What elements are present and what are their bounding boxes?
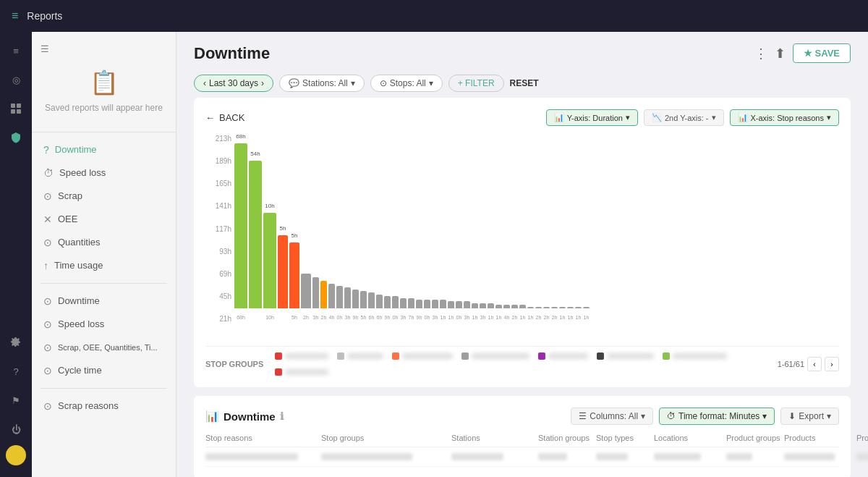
nav-item-scrap-oee[interactable]: ⊙ Scrap, OEE, Quantities, Ti... [32,336,176,359]
bar-24[interactable]: 0h [456,301,462,308]
divider-2 [41,283,167,284]
bar-32[interactable]: 1h [519,305,526,308]
y-label-8: 21h [205,315,234,323]
panel-toggle[interactable]: ☰ [32,41,176,57]
share-button[interactable]: ⬆ [775,46,786,62]
nav-item-speedloss[interactable]: ⏱ Speed loss [32,161,176,185]
bar-17[interactable]: 3h [400,298,407,308]
bar-11[interactable]: 9h [352,290,359,308]
bar-22[interactable]: 1h [440,300,446,308]
nav-item-timeusage[interactable]: ↑ Time usage [32,254,176,277]
bar-1[interactable]: 54h [249,161,262,308]
bar-5[interactable]: 2h [301,274,311,308]
bar-28[interactable]: 1h [488,303,494,308]
menu-icon[interactable]: ≡ [12,9,18,22]
bar-14[interactable]: 6h [376,295,383,308]
bar-13[interactable]: 6h [368,292,375,308]
bar-10[interactable]: 3h [344,287,351,308]
more-options-button[interactable]: ⋮ [754,46,767,62]
legend-prev-button[interactable]: ‹ [807,357,822,371]
sidebar-icon-shield[interactable] [3,124,29,151]
bar-20[interactable]: 0h [424,300,430,308]
bar-4[interactable]: 5h5h [289,242,299,308]
bar-34[interactable]: 2h [535,307,542,308]
bar-18[interactable]: 7h [408,298,414,308]
chevron-down-col: ▾ [641,411,645,421]
bar-7[interactable]: 2h [320,281,327,308]
date-range-filter[interactable]: ‹ Last 30 days › [194,75,273,92]
col-product-code: Product code [856,434,868,442]
bar-15[interactable]: 9h [384,296,391,308]
user-avatar[interactable] [6,445,26,465]
bar-16[interactable]: 0h [392,296,399,308]
bar-31[interactable]: 2h [511,305,518,308]
bar-40[interactable]: 1h [583,307,590,308]
divider-3 [41,388,167,389]
bar-19[interactable]: 9h [416,300,422,308]
svg-rect-1 [17,104,21,108]
bar-9[interactable]: 0h [336,286,343,308]
nav-item-quantities[interactable]: ⊙ Quantities [32,231,176,254]
nav-item-scrap[interactable]: ⊙ Scrap [32,185,176,208]
bar-37[interactable]: 1h [559,307,566,308]
x-axis-button[interactable]: 📊 X-axis: Stop reasons ▾ [730,109,840,126]
chevron-down-x: ▾ [827,113,831,122]
sidebar-icon-menu[interactable]: ≡ [3,38,29,64]
bar-21[interactable]: 3h [432,300,438,308]
legend-next-button[interactable]: › [825,357,839,371]
nav-item-scrapreasons[interactable]: ⊙ Scrap reasons [32,394,176,418]
stops-filter[interactable]: ⊙ Stops: All ▾ [370,75,443,92]
bar-39[interactable]: 1h [575,307,582,308]
col-stations: Stations [451,434,538,442]
bar-6[interactable]: 3h [312,277,319,308]
columns-button[interactable]: ☰ Columns: All ▾ [571,408,653,425]
chevron-down-tf: ▾ [762,411,767,421]
nav-item-speedloss-secondary[interactable]: ⊙ Speed loss [32,313,176,336]
y-axis-button[interactable]: 📊 Y-axis: Duration ▾ [546,109,638,126]
bar-25[interactable]: 3h [464,301,470,308]
bar-2[interactable]: 10h10h [263,213,276,308]
bar-26[interactable]: 1h [472,303,478,308]
stations-filter[interactable]: 💬 Stations: All ▾ [279,75,365,92]
bar-12[interactable]: 5h [360,291,367,308]
nav-item-downtime-primary[interactable]: ? Downtime [32,138,176,161]
sidebar-icon-settings[interactable] [3,329,29,355]
bar-0[interactable]: 68h68h [234,143,247,308]
bar-23[interactable]: 1h [448,301,454,308]
sidebar-icon-circle[interactable]: ◎ [3,67,29,93]
bar-27[interactable]: 3h [480,303,486,308]
sidebar-icon-power[interactable]: ⏻ [3,416,29,442]
nav-item-cycletime[interactable]: ⊙ Cycle time [32,359,176,382]
y2-axis-button[interactable]: 📉 2nd Y-axis: - ▾ [644,109,724,126]
sidebar-icon-question[interactable]: ? [3,358,29,384]
bar-38[interactable]: 1h [567,307,574,308]
columns-label: Columns: All [590,411,638,421]
table-section: 📊 Downtime ℹ ☰ Columns: All ▾ ⏱ Time for… [194,396,851,477]
pagination-text: 1-61/61 [778,360,804,368]
nav-label-scrapreasons: Scrap reasons [58,400,119,411]
save-button[interactable]: ★ SAVE [793,43,851,63]
col-stop-groups: Stop groups [321,434,451,442]
bar-29[interactable]: 1h [495,305,502,308]
icon-sidebar: ≡ ◎ ? ⚑ ⏻ [0,32,32,477]
nav-item-oee[interactable]: ✕ OEE [32,208,176,231]
legend-item-6 [597,353,654,360]
sidebar-icon-flag[interactable]: ⚑ [3,387,29,413]
sidebar-icon-grid[interactable] [3,96,29,122]
bar-30[interactable]: 4h [503,305,510,308]
back-button[interactable]: ← BACK [205,112,244,123]
chevron-down-icon-2: ▾ [429,78,433,88]
export-button[interactable]: ⬇ Export ▾ [780,408,839,425]
add-filter-button[interactable]: + FILTER [448,75,504,92]
bar-8[interactable]: 4h [328,284,335,308]
y-label-7: 45h [205,292,234,300]
bar-35[interactable]: 2h [543,307,550,308]
legend-item-3 [392,353,453,360]
bar-33[interactable]: 1h [527,307,534,308]
bar-36[interactable]: 2h [551,307,558,308]
time-format-button[interactable]: ⏱ Time format: Minutes ▾ [659,408,775,425]
bar-3[interactable]: 5h [278,235,288,308]
info-icon[interactable]: ℹ [280,410,284,422]
reset-button[interactable]: RESET [510,78,539,88]
nav-item-downtime-secondary[interactable]: ⊙ Downtime [32,290,176,313]
